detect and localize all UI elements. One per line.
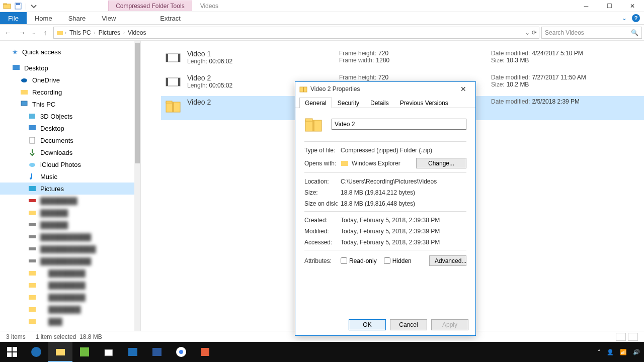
nav-music[interactable]: Music [0,170,140,183]
nav-3d-objects[interactable]: 3D Objects [0,110,140,122]
nav-desktop[interactable]: Desktop [0,62,140,74]
folder-icon [28,305,36,313]
nav-item-blurred[interactable]: ████████ [0,195,140,207]
taskbar-edge[interactable] [24,342,48,362]
nav-item-blurred[interactable]: ██████ [0,219,140,231]
file-tab[interactable]: File [0,12,27,24]
tab-security[interactable]: Security [332,98,365,108]
ok-button[interactable]: OK [349,319,386,330]
svg-rect-54 [201,348,209,356]
home-tab[interactable]: Home [27,12,60,24]
start-button[interactable] [0,342,24,362]
up-button[interactable]: ↑ [39,27,51,39]
change-button[interactable]: Change... [416,158,466,168]
nav-item-blurred[interactable]: ███████████ [0,255,140,267]
dialog-titlebar[interactable]: Video 2 Properties ✕ [295,82,475,96]
nav-item-blurred[interactable]: ███ [0,315,140,327]
chevron-right-icon[interactable]: › [123,30,125,35]
nav-item-blurred[interactable]: ██████ [0,207,140,219]
nav-item-blurred[interactable]: ████████ [0,279,140,291]
taskbar-word[interactable] [145,342,169,362]
star-icon: ★ [12,48,18,56]
navpane-scrollbar[interactable] [134,41,140,343]
crumb-videos[interactable]: Videos [126,28,148,37]
svg-rect-15 [29,186,36,191]
tab-previous-versions[interactable]: Previous Versions [394,98,454,108]
close-button[interactable]: ✕ [621,0,644,12]
back-button[interactable]: ← [2,27,14,39]
maximize-button[interactable]: ☐ [598,0,621,12]
nav-pictures[interactable]: Pictures [0,183,140,195]
nav-onedrive[interactable]: OneDrive [0,74,140,86]
share-tab[interactable]: Share [60,12,94,24]
drive-icon [28,197,36,205]
svg-rect-18 [29,223,36,226]
outlook-icon [127,346,139,358]
taskbar-outlook[interactable] [121,342,145,362]
nav-item-blurred[interactable]: ███████ [0,303,140,315]
file-row[interactable]: Video 1 Length: 00:06:02 Frame height:72… [161,48,644,72]
tray-up-icon[interactable]: ˄ [598,349,601,355]
taskbar-store[interactable] [97,342,121,362]
pc-icon [20,100,28,108]
svg-point-53 [179,350,183,354]
forward-button[interactable]: → [16,27,28,39]
nav-this-pc[interactable]: This PC [0,98,140,110]
qat-dropdown-icon[interactable] [30,2,38,10]
tab-details[interactable]: Details [365,98,394,108]
thumbnails-view-button[interactable] [628,333,638,341]
crumb-pictures[interactable]: Pictures [97,28,122,37]
taskbar-explorer[interactable] [48,342,72,362]
tray-volume-icon[interactable]: 🔊 [633,349,640,355]
scrollbar-thumb[interactable] [135,43,140,163]
address-dropdown-icon[interactable]: ⌄ [525,29,530,36]
refresh-icon[interactable]: ⟳ [532,29,537,36]
nav-downloads[interactable]: Downloads [0,146,140,158]
tab-general[interactable]: General [299,98,332,108]
word-icon [151,346,163,358]
nav-item-blurred[interactable]: ████████████ [0,243,140,255]
contextual-tab[interactable]: Compressed Folder Tools [108,1,192,11]
search-input[interactable]: Search Videos 🔍 [541,27,642,39]
folder-icon [28,269,36,277]
taskbar-app[interactable] [193,342,217,362]
hidden-checkbox[interactable]: Hidden [384,257,412,264]
cancel-button[interactable]: Cancel [390,319,427,330]
nav-item-blurred[interactable]: ████████ [0,291,140,303]
status-size: 18.8 MB [79,333,102,340]
chevron-right-icon[interactable]: › [65,30,66,35]
nav-item-blurred[interactable]: ████████ [0,267,140,279]
readonly-checkbox[interactable]: Read-only [341,257,377,264]
minimize-button[interactable]: ─ [575,0,598,12]
extract-tab[interactable]: Extract [152,12,188,24]
svg-rect-49 [105,349,113,356]
svg-rect-45 [13,352,17,357]
nav-quick-access[interactable]: ★Quick access [0,46,140,58]
address-bar[interactable]: › This PC › Pictures › Videos ⌄ ⟳ [53,27,539,39]
taskbar-chrome[interactable] [169,342,193,362]
chevron-right-icon[interactable]: › [94,30,96,35]
help-icon[interactable]: ? [632,14,640,22]
details-view-button[interactable] [616,333,626,341]
nav-item-blurred[interactable]: ███████████ [0,231,140,243]
tray-people-icon[interactable]: 👤 [607,349,614,355]
nav-desktop-folder[interactable]: Desktop [0,122,140,134]
tray-network-icon[interactable]: 📶 [620,349,627,355]
advanced-button[interactable]: Advanced... [429,255,466,266]
taskbar-app[interactable] [72,342,97,362]
recent-button[interactable]: ⌄ [30,27,37,39]
nav-icloud-photos[interactable]: iCloud Photos [0,158,140,170]
nav-recording[interactable]: Recording [0,86,140,98]
save-icon[interactable] [14,2,22,10]
edge-icon [30,346,42,358]
svg-rect-34 [166,101,172,103]
crumb-this-pc[interactable]: This PC [67,28,93,37]
folder-icon [28,281,36,289]
dialog-close-button[interactable]: ✕ [455,83,471,95]
ribbon-expand-icon[interactable]: ⌄ [622,15,627,22]
filename-input[interactable] [332,119,466,130]
svg-rect-43 [13,347,17,351]
apply-button[interactable]: Apply [431,319,468,330]
view-tab[interactable]: View [94,12,124,24]
nav-documents[interactable]: Documents [0,134,140,146]
